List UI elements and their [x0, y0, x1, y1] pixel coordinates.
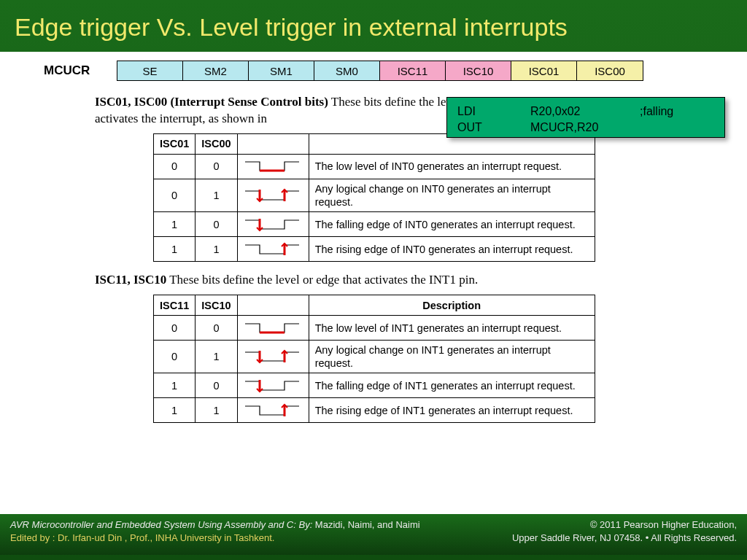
t1r3-b: 1	[196, 237, 237, 262]
t1r1-b: 1	[196, 179, 237, 211]
code-box: LDI R20,0x02 ;falling OUT MCUCR,R20	[446, 97, 725, 138]
table-row: 1 1 The rising edge of INT0 generates an…	[154, 237, 595, 262]
t2r1-desc: Any logical change on INT1 generates an …	[309, 341, 595, 373]
t1r2-desc: The falling edge of INT0 generates an in…	[309, 212, 595, 237]
wave-fall-icon	[237, 212, 309, 237]
register-row: MCUCR SE SM2 SM1 SM0 ISC11 ISC10 ISC01 I…	[44, 61, 725, 81]
wave-both-icon	[237, 341, 309, 373]
para1-heading: ISC01, ISC00 (Interrupt Sense Control bi…	[95, 95, 328, 109]
t2r1-a: 0	[154, 341, 196, 373]
wave-fall-icon	[237, 373, 309, 398]
t1r3-a: 1	[154, 237, 196, 262]
wave-both-icon	[237, 179, 309, 211]
t1r0-a: 0	[154, 154, 196, 179]
t2r2-b: 0	[196, 373, 237, 398]
t2-h0: ISC11	[154, 295, 196, 316]
wave-low-icon	[237, 316, 309, 341]
bit-isc01: ISC01	[511, 61, 577, 80]
t1-h0: ISC01	[154, 133, 196, 154]
para2-text: These bits define the level or edge that…	[166, 273, 478, 287]
para2-heading: ISC11, ISC10	[95, 273, 166, 287]
t2r2-desc: The falling edge of INT1 generates an in…	[309, 373, 595, 398]
table-int0: ISC01 ISC00 0 0 The low level of INT0 ge…	[153, 133, 595, 262]
bit-se: SE	[117, 61, 183, 80]
t2-h1: ISC10	[196, 295, 237, 316]
t1r0-b: 0	[196, 154, 237, 179]
t1r1-desc: Any logical change on INT0 generates an …	[309, 179, 595, 211]
t2r0-a: 0	[154, 316, 196, 341]
register-label: MCUCR	[44, 63, 96, 78]
code1-comment: ;falling	[640, 104, 673, 120]
t2r0-desc: The low level of INT1 generates an inter…	[309, 316, 595, 341]
t1r0-desc: The low level of INT0 generates an inter…	[309, 154, 595, 179]
slide-content: MCUCR SE SM2 SM1 SM0 ISC11 ISC10 ISC01 I…	[0, 52, 747, 514]
t1-h2	[237, 133, 309, 154]
footer-book: AVR Microcontroller and Embedded System …	[10, 519, 312, 530]
wave-low-icon	[237, 154, 309, 179]
t1r1-a: 0	[154, 179, 196, 211]
wave-rise-icon	[237, 237, 309, 262]
slide-title: Edge trigger Vs. Level trigger in extern…	[15, 13, 732, 42]
bit-sm2: SM2	[183, 61, 249, 80]
t2r2-a: 1	[154, 373, 196, 398]
table-row: 0 0 The low level of INT0 generates an i…	[154, 154, 595, 179]
table-row: 0 1 Any logical change on INT1 generates…	[154, 341, 595, 373]
table-row: 0 0 The low level of INT1 generates an i…	[154, 316, 595, 341]
t2r3-b: 1	[196, 398, 237, 423]
bit-isc11: ISC11	[380, 61, 446, 80]
code-line-1: LDI R20,0x02 ;falling	[457, 104, 714, 120]
code1-op: LDI	[457, 104, 530, 120]
footer: AVR Microcontroller and Embedded System …	[0, 514, 747, 555]
t1r3-desc: The rising edge of INT0 generates an int…	[309, 237, 595, 262]
register-bits: SE SM2 SM1 SM0 ISC11 ISC10 ISC01 ISC00	[117, 61, 643, 81]
bit-isc10: ISC10	[446, 61, 511, 80]
table-row: 0 1 Any logical change on INT0 generates…	[154, 179, 595, 211]
t2r3-a: 1	[154, 398, 196, 423]
footer-editor: Edited by : Dr. Irfan-ud Din , Prof., IN…	[10, 532, 420, 545]
code-line-2: OUT MCUCR,R20	[457, 120, 714, 136]
paragraph-isc11-10: ISC11, ISC10 These bits define the level…	[95, 272, 664, 289]
footer-copyright: © 2011 Pearson Higher Education,	[512, 518, 737, 532]
t2r3-desc: The rising edge of INT1 generates an int…	[309, 398, 595, 423]
footer-address: Upper Saddle River, NJ 07458. • All Righ…	[512, 532, 737, 545]
t2-h2	[237, 295, 309, 316]
t2r0-b: 0	[196, 316, 237, 341]
t2r1-b: 1	[196, 341, 237, 373]
t2-h3: Description	[309, 295, 595, 316]
bit-sm0: SM0	[314, 61, 380, 80]
t1-h1: ISC00	[196, 133, 237, 154]
footer-right: © 2011 Pearson Higher Education, Upper S…	[512, 518, 737, 544]
code1-args: R20,0x02	[530, 104, 640, 120]
t1r2-a: 1	[154, 212, 196, 237]
table-row: 1 0 The falling edge of INT0 generates a…	[154, 212, 595, 237]
code2-op: OUT	[457, 120, 530, 136]
code2-args: MCUCR,R20	[530, 120, 640, 136]
t1r2-b: 0	[196, 212, 237, 237]
table-row: 1 1 The rising edge of INT1 generates an…	[154, 398, 595, 423]
title-bar: Edge trigger Vs. Level trigger in extern…	[0, 0, 747, 52]
bit-sm1: SM1	[249, 61, 314, 80]
bit-isc00: ISC00	[577, 61, 643, 80]
footer-authors: Mazidi, Naimi, and Naimi	[312, 519, 419, 530]
table-row: 1 0 The falling edge of INT1 generates a…	[154, 373, 595, 398]
footer-left: AVR Microcontroller and Embedded System …	[10, 518, 420, 544]
table-int1: ISC11 ISC10 Description 0 0 The low leve…	[153, 295, 595, 423]
wave-rise-icon	[237, 398, 309, 423]
